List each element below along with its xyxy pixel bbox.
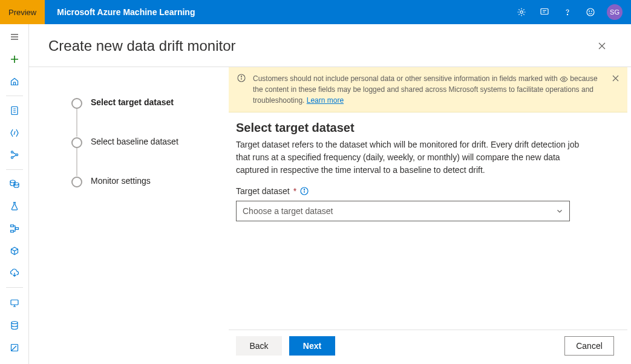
svg-rect-13 [15, 227, 18, 229]
svg-point-5 [592, 11, 592, 11]
endpoints-icon[interactable] [2, 262, 27, 284]
svg-point-4 [589, 11, 590, 11]
automl-icon[interactable] [2, 122, 27, 143]
home-icon[interactable] [2, 71, 27, 93]
designer-icon[interactable] [2, 145, 27, 166]
select-placeholder: Choose a target dataset [243, 206, 333, 216]
datastores-icon[interactable] [2, 315, 27, 336]
avatar[interactable]: SG [607, 4, 623, 20]
step-label: Monitor settings [91, 176, 151, 186]
svg-point-10 [10, 180, 15, 183]
step-indicator-icon [71, 137, 82, 148]
close-icon[interactable] [592, 36, 612, 56]
step-indicator-icon [71, 177, 82, 187]
svg-point-16 [11, 322, 18, 324]
svg-rect-14 [10, 230, 13, 232]
step-indicator-icon [71, 98, 82, 109]
hamburger-icon[interactable] [2, 27, 27, 48]
step-label: Select baseline dataset [91, 137, 178, 146]
banner-close-icon[interactable] [609, 72, 621, 84]
svg-point-19 [241, 76, 241, 77]
svg-point-20 [563, 78, 565, 80]
svg-rect-12 [10, 225, 13, 227]
section-title: Select target dataset [236, 121, 614, 135]
preview-badge: Preview [0, 0, 45, 24]
svg-point-11 [14, 183, 19, 185]
page-title: Create new data drift monitor [48, 37, 235, 54]
form-area: Select target dataset Target dataset ref… [229, 112, 627, 221]
info-icon [237, 74, 246, 82]
svg-point-22 [304, 189, 305, 190]
new-plus-icon[interactable] [2, 49, 27, 70]
topbar-actions: SG [511, 0, 626, 24]
step-label: Select target dataset [91, 97, 174, 107]
svg-point-2 [567, 14, 567, 15]
learn-more-link[interactable]: Learn more [307, 96, 344, 105]
smiley-icon[interactable] [580, 0, 601, 24]
back-button[interactable]: Back [236, 336, 282, 356]
step-monitor-settings[interactable]: Monitor settings [71, 176, 217, 187]
compute-icon[interactable] [2, 293, 27, 314]
datasets-icon[interactable] [2, 174, 27, 195]
svg-point-7 [11, 151, 13, 153]
banner-text: Customers should not include personal da… [253, 74, 560, 83]
eye-icon [560, 76, 568, 82]
settings-icon[interactable] [511, 0, 532, 24]
step-baseline-dataset[interactable]: Select baseline dataset [71, 137, 217, 148]
app-title: Microsoft Azure Machine Learning [57, 7, 195, 17]
wizard-footer: Back Next Cancel [229, 330, 627, 364]
field-label: Target dataset * [236, 186, 614, 196]
pipelines-icon[interactable] [2, 218, 27, 239]
next-button[interactable]: Next [289, 336, 335, 356]
svg-point-9 [16, 154, 18, 156]
chevron-down-icon [556, 207, 563, 215]
info-icon[interactable] [300, 187, 309, 195]
step-connector [76, 109, 77, 137]
svg-point-3 [587, 8, 594, 16]
top-bar: Preview Microsoft Azure Machine Learning… [0, 0, 631, 24]
required-asterisk: * [293, 186, 296, 196]
notebook-icon[interactable] [2, 100, 27, 121]
svg-point-8 [11, 157, 13, 158]
cancel-button[interactable]: Cancel [564, 336, 614, 356]
experiments-icon[interactable] [2, 196, 27, 217]
help-icon[interactable] [557, 0, 578, 24]
wizard-stepper: Select target dataset Select baseline da… [29, 67, 229, 364]
section-description: Target dataset refers to the dataset whi… [236, 138, 593, 177]
target-dataset-select[interactable]: Choose a target dataset [236, 201, 570, 221]
labeling-icon[interactable] [2, 337, 27, 358]
main-panel: Create new data drift monitor Select tar… [29, 24, 631, 364]
info-banner: Customers should not include personal da… [229, 67, 627, 112]
step-target-dataset[interactable]: Select target dataset [71, 97, 217, 109]
svg-point-0 [520, 11, 523, 13]
feedback-icon[interactable] [534, 0, 555, 24]
svg-rect-1 [541, 9, 548, 15]
step-connector [76, 148, 77, 176]
models-icon[interactable] [2, 240, 27, 261]
left-nav-rail [0, 24, 29, 364]
svg-rect-15 [11, 300, 18, 305]
